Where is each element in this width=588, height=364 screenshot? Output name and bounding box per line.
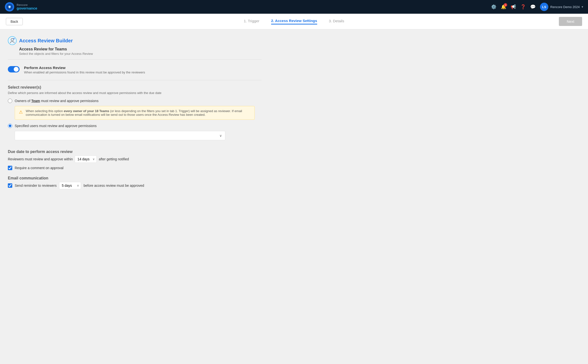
- username-label: Rencore Demo 2024: [550, 5, 580, 9]
- step-access-review-settings[interactable]: 2. Access Review Settings: [271, 19, 317, 24]
- require-comment-label: Require a comment on approval: [15, 166, 63, 170]
- notifications-icon[interactable]: 🔔 1: [501, 4, 506, 10]
- step-trigger[interactable]: 1. Trigger: [244, 19, 259, 24]
- step-details[interactable]: 3. Details: [329, 19, 344, 24]
- svg-point-2: [8, 36, 16, 45]
- avatar: LS: [540, 3, 548, 11]
- main-content: Access Review Builder Access Review for …: [0, 29, 269, 199]
- steps-container: 1. Trigger 2. Access Review Settings 3. …: [244, 19, 344, 24]
- brand-rencore: Rencore: [17, 3, 37, 6]
- page-title: Access Review Builder: [19, 38, 73, 44]
- brand-governance: governance: [17, 6, 37, 11]
- toggle-title: Perform Access Review: [24, 66, 145, 70]
- days-select[interactable]: 7 days 14 days 21 days 30 days: [75, 155, 97, 163]
- topnav-icons: ⚙️ 🔔 1 📢 ❓ 💬 LS Rencore Demo 2024 ▾: [491, 3, 583, 11]
- rencore-logo-icon: [5, 2, 14, 12]
- warning-bold: every owner of your 18 Teams: [64, 109, 109, 113]
- owners-radio[interactable]: [8, 99, 12, 103]
- page-header: Access Review Builder: [8, 36, 262, 45]
- email-communication-section: Email communication Send reminder to rev…: [8, 176, 262, 189]
- builder-icon: [8, 36, 17, 45]
- topnav: Rencore governance ⚙️ 🔔 1 📢 ❓ 💬 LS Renco…: [0, 0, 588, 14]
- toggle-text: Perform Access Review When enabled all p…: [24, 66, 145, 74]
- due-date-prefix: Reviewers must review and approve within: [8, 157, 73, 161]
- feedback-icon[interactable]: 💬: [530, 4, 536, 10]
- owners-radio-label: Owners of Team must review and approve p…: [15, 99, 98, 103]
- reminder-days-select-wrapper: 1 day 3 days 5 days 7 days 14 days: [59, 182, 81, 189]
- chevron-down-icon: ▾: [582, 5, 583, 9]
- require-comment-checkbox[interactable]: [8, 166, 12, 170]
- warning-box: ⚠ When selecting this option every owner…: [15, 106, 255, 120]
- stepbar: Back 1. Trigger 2. Access Review Setting…: [0, 14, 588, 29]
- section-divider-1: [8, 80, 262, 80]
- option1-prefix: Owners of: [15, 99, 30, 103]
- send-reminder-prefix-label: Send reminder to reviewers: [15, 184, 57, 188]
- specified-users-dropdown[interactable]: [15, 131, 225, 140]
- send-reminder-row: Send reminder to reviewers 1 day 3 days …: [8, 182, 262, 189]
- reviewers-section: Select reviewer(s) Define which persons …: [8, 85, 262, 140]
- specified-users-dropdown-wrapper: [15, 131, 225, 140]
- specified-radio[interactable]: [8, 124, 12, 128]
- topnav-logo[interactable]: Rencore governance: [5, 2, 37, 12]
- due-date-suffix: after getting notified: [99, 157, 129, 161]
- perform-access-review-section: Perform Access Review When enabled all p…: [8, 66, 262, 74]
- reminder-days-select[interactable]: 1 day 3 days 5 days 7 days 14 days: [59, 182, 81, 189]
- option1-team: Team: [31, 99, 40, 103]
- specified-radio-label: Specified users must review and approve …: [15, 124, 97, 128]
- toggle-desc: When enabled all permissions found in th…: [24, 70, 145, 74]
- send-reminder-suffix-label: before access review must be approved: [84, 184, 144, 188]
- specified-users-dropdown-row: [15, 131, 262, 140]
- warning-text-content: When selecting this option every owner o…: [26, 109, 251, 117]
- svg-point-1: [9, 6, 11, 8]
- header-divider: [8, 59, 262, 60]
- brand-text: Rencore governance: [17, 3, 37, 11]
- due-date-row: Reviewers must review and approve within…: [8, 155, 262, 163]
- user-menu[interactable]: LS Rencore Demo 2024 ▾: [540, 3, 583, 11]
- perform-access-review-toggle[interactable]: [8, 66, 20, 72]
- days-select-wrapper: 7 days 14 days 21 days 30 days: [75, 155, 97, 163]
- warning-prefix: When selecting this option: [26, 109, 64, 113]
- reviewers-section-title: Select reviewer(s): [8, 85, 262, 90]
- back-button[interactable]: Back: [6, 18, 23, 25]
- settings-icon[interactable]: ⚙️: [491, 4, 496, 10]
- require-comment-row: Require a comment on approval: [8, 166, 262, 170]
- page-subtitle: Access Review for Teams: [19, 47, 262, 51]
- megaphone-icon[interactable]: 📢: [511, 4, 516, 10]
- page-desc: Select the objects and filters for your …: [19, 52, 262, 56]
- help-icon[interactable]: ❓: [520, 4, 526, 10]
- due-date-section-title: Due date to perform access review: [8, 150, 262, 154]
- reviewer-option-1: Owners of Team must review and approve p…: [8, 99, 262, 103]
- notification-badge: 1: [504, 3, 507, 7]
- email-section-title: Email communication: [8, 176, 262, 180]
- option1-suffix: must review and approve permissions: [41, 99, 98, 103]
- due-date-section: Due date to perform access review Review…: [8, 150, 262, 170]
- reviewer-option-2: Specified users must review and approve …: [8, 124, 262, 128]
- send-reminder-checkbox[interactable]: [8, 183, 12, 188]
- reviewers-section-desc: Define which persons are informed about …: [8, 91, 262, 95]
- warning-icon: ⚠: [19, 109, 23, 117]
- toggle-slider: [8, 66, 20, 72]
- next-button[interactable]: Next: [559, 17, 582, 26]
